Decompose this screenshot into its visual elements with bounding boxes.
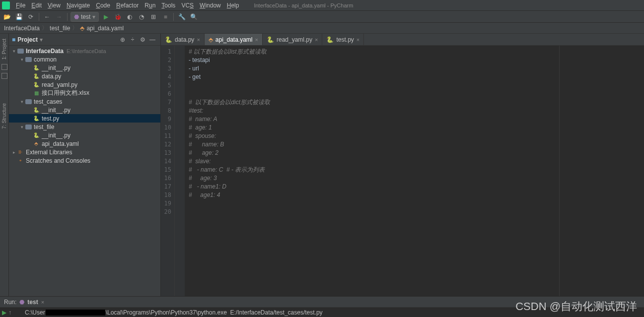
tab-datapy[interactable]: 🐍data.py×: [161, 34, 205, 45]
coverage-icon[interactable]: ◐: [125, 12, 135, 22]
profile-icon[interactable]: ◔: [137, 12, 146, 22]
project-panel: ■ Project ▾ ⊕ ÷ ⚙ — ▾ InterfaceData E:\I…: [9, 34, 161, 296]
breadcrumb: InterfaceData 〉 test_file 〉 ⬘ api_data.y…: [0, 23, 644, 34]
run-config-selector[interactable]: ⬣ test ▾: [71, 12, 99, 22]
run-icon[interactable]: ▶: [101, 12, 111, 22]
breadcrumb-item[interactable]: test_file: [50, 25, 70, 32]
debug-icon[interactable]: 🐞: [113, 12, 123, 22]
gear-icon[interactable]: ⚙: [138, 35, 147, 45]
side-tab-bar: 1: Project 7: Structure: [0, 34, 9, 296]
panel-header: ■ Project ▾ ⊕ ÷ ⚙ —: [9, 34, 160, 46]
tree-file[interactable]: 🐍data.py: [9, 72, 160, 80]
tree-file[interactable]: 🐍__init__.py: [9, 106, 160, 114]
tree-file[interactable]: 🐍read_yaml.py: [9, 80, 160, 89]
side-tab-structure[interactable]: 7: Structure: [1, 100, 7, 132]
menu-window[interactable]: Window: [197, 1, 224, 10]
tree-file[interactable]: ⬘api_data.yaml: [9, 139, 160, 148]
app-icon: [2, 1, 10, 9]
tree-folder-common[interactable]: ▾ common: [9, 55, 160, 63]
menu-tools[interactable]: Tools: [158, 1, 178, 10]
tree-root[interactable]: ▾ InterfaceData E:\InterfaceData: [9, 47, 160, 55]
tree-folder-testcases[interactable]: ▾ test_cases: [9, 97, 160, 106]
window-title: InterfaceData - api_data.yaml - PyCharm: [254, 2, 353, 8]
editor-tabs: 🐍data.py× ⬘api_data.yaml× 🐍read_yaml.py×…: [161, 34, 644, 46]
up-icon[interactable]: ↑: [8, 309, 11, 316]
tree-folder-testfile[interactable]: ▾ test_file: [9, 123, 160, 131]
menu-run[interactable]: Run: [142, 1, 158, 10]
close-icon[interactable]: ×: [315, 37, 318, 43]
tree-file[interactable]: 🐍__init__.py: [9, 63, 160, 72]
menubar: File Edit View Navigate Code Refactor Ru…: [0, 0, 644, 11]
save-icon[interactable]: 💾: [14, 12, 24, 22]
tree-external-libs[interactable]: ▸⊪ External Libraries: [9, 148, 160, 156]
close-icon[interactable]: ×: [197, 37, 200, 43]
code-area[interactable]: 1234567891011121314151617181920 # 以下数据会以…: [161, 46, 644, 296]
tab-apidatayaml[interactable]: ⬘api_data.yaml×: [205, 34, 263, 45]
menu-refactor[interactable]: Refactor: [113, 1, 142, 10]
project-tree: ▾ InterfaceData E:\InterfaceData ▾ commo…: [9, 46, 160, 296]
stop-icon[interactable]: ■: [160, 12, 170, 22]
tab-testpy[interactable]: 🐍test.py×: [322, 34, 364, 45]
bookmark-icon[interactable]: [1, 64, 7, 70]
bookmark-icon[interactable]: [1, 73, 7, 79]
code-content[interactable]: # 以下数据会以list形式被读取 - testapi - url - get …: [185, 46, 560, 296]
sync-icon[interactable]: ⟳: [26, 12, 36, 22]
run-config-name: test: [81, 13, 90, 20]
breadcrumb-item[interactable]: api_data.yaml: [86, 25, 124, 32]
search-icon[interactable]: 🔍: [189, 12, 199, 22]
panel-title: Project: [17, 36, 38, 43]
tree-file[interactable]: 🐍__init__.py: [9, 131, 160, 139]
menu-file[interactable]: File: [13, 1, 28, 10]
tree-scratches[interactable]: ⚬ Scratches and Consoles: [9, 156, 160, 165]
collapse-icon[interactable]: ÷: [128, 35, 138, 45]
tree-file[interactable]: ▦接口用例文档.xlsx: [9, 89, 160, 97]
locate-icon[interactable]: ⊕: [118, 35, 128, 45]
open-icon[interactable]: 📂: [2, 12, 12, 22]
wrench-icon[interactable]: 🔧: [177, 12, 187, 22]
gutter: 1234567891011121314151617181920: [161, 46, 175, 296]
editor: 🐍data.py× ⬘api_data.yaml× 🐍read_yaml.py×…: [161, 34, 644, 296]
menu-vcs[interactable]: VCS: [178, 1, 197, 10]
run-label: Run:: [4, 299, 16, 306]
menu-help[interactable]: Help: [224, 1, 242, 10]
menu-view[interactable]: View: [45, 1, 64, 10]
main-area: 1: Project 7: Structure ■ Project ▾ ⊕ ÷ …: [0, 34, 644, 296]
concurrency-icon[interactable]: ⊞: [148, 12, 158, 22]
rerun-icon[interactable]: ▶: [2, 309, 6, 316]
back-icon[interactable]: ←: [42, 12, 52, 22]
gutter-fold: [175, 46, 185, 296]
menu-code[interactable]: Code: [93, 1, 113, 10]
breadcrumb-item[interactable]: InterfaceData: [4, 25, 40, 32]
minimize-icon[interactable]: —: [147, 35, 157, 45]
run-config-label: test: [27, 299, 38, 306]
tree-file-selected[interactable]: 🐍test.py: [9, 114, 160, 123]
watermark: CSDN @自动化测试西洋: [515, 299, 637, 314]
close-icon[interactable]: ×: [357, 37, 359, 43]
close-icon[interactable]: ×: [41, 299, 44, 305]
forward-icon[interactable]: →: [54, 12, 64, 22]
close-icon[interactable]: ×: [255, 37, 258, 43]
menu-navigate[interactable]: Navigate: [64, 1, 93, 10]
toolbar: 📂 💾 ⟳ ← → ⬣ test ▾ ▶ 🐞 ◐ ◔ ⊞ ■ 🔧 🔍: [0, 11, 644, 23]
side-tab-project[interactable]: 1: Project: [1, 36, 7, 63]
menu-edit[interactable]: Edit: [28, 1, 45, 10]
tab-readyaml[interactable]: 🐍read_yaml.py×: [263, 34, 322, 45]
